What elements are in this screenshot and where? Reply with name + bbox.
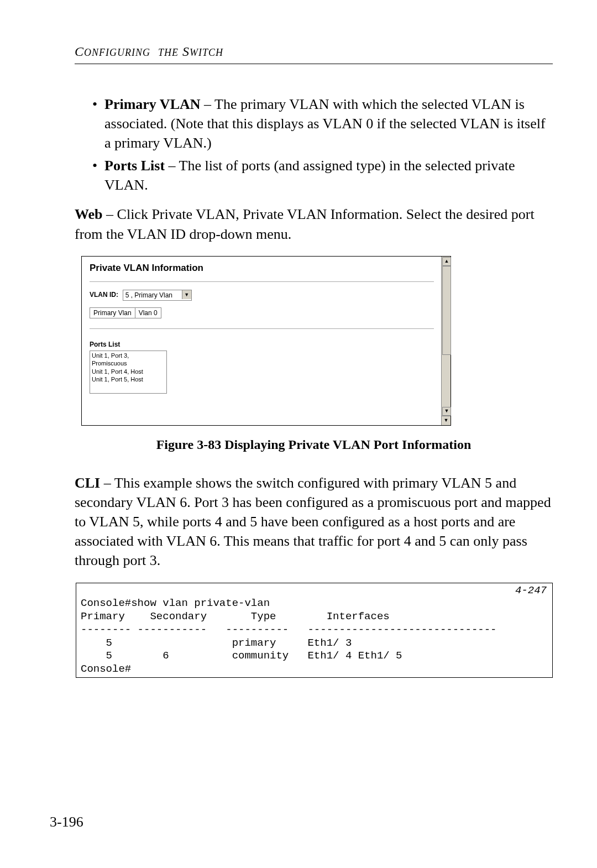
bullet-text: – The list of ports (and assigned type) …	[104, 158, 515, 193]
web-paragraph: Web – Click Private VLAN, Private VLAN I…	[75, 205, 553, 243]
list-item[interactable]: Unit 1, Port 3, Promiscuous	[92, 352, 165, 368]
scroll-thumb[interactable]	[442, 266, 451, 355]
screenshot-panel: ▲ ▼ ▼ Private VLAN Information VLAN ID: …	[81, 256, 451, 426]
primary-vlan-table: Primary Vlan Vlan 0	[90, 307, 161, 318]
bullet-primary-vlan: Primary VLAN – The primary VLAN with whi…	[92, 95, 553, 153]
panel-title: Private VLAN Information	[90, 262, 434, 275]
scroll-down-button[interactable]: ▼	[442, 407, 451, 416]
page-number: 3-196	[50, 814, 83, 830]
cli-line: -------- ----------- ---------- --------…	[81, 624, 497, 636]
cli-line: Console#show vlan private-vlan	[81, 597, 270, 609]
header-rule	[75, 64, 553, 64]
figure-caption: Figure 3-83 Displaying Private VLAN Port…	[75, 436, 553, 453]
table-row: Primary Vlan Vlan 0	[90, 307, 161, 318]
running-head-text: CONFIGURING THE SWITCH	[75, 44, 223, 59]
vlan-id-dropdown[interactable]: 5 , Primary Vlan▼	[123, 290, 192, 301]
scroll-corner[interactable]: ▼	[441, 416, 451, 425]
cli-line: Primary Secondary Type Interfaces	[81, 610, 390, 623]
screenshot-content: Private VLAN Information VLAN ID: 5 , Pr…	[82, 257, 442, 425]
running-head: CONFIGURING THE SWITCH	[75, 44, 553, 59]
arrow-up-icon: ▲	[444, 258, 449, 264]
vertical-scrollbar[interactable]: ▲ ▼	[441, 257, 451, 416]
cli-line: Console#	[81, 663, 131, 675]
web-rest: – Click Private VLAN, Private VLAN Infor…	[75, 206, 535, 242]
cli-rest: – This example shows the switch configur…	[75, 475, 551, 568]
cli-page-ref: 4-247	[515, 584, 547, 598]
arrow-down-icon: ▼	[444, 408, 449, 414]
cli-lead: CLI	[75, 475, 100, 491]
cli-line: 5 primary Eth1/ 3	[81, 637, 352, 649]
primary-vlan-value: Vlan 0	[135, 307, 161, 318]
list-item[interactable]: Unit 1, Port 4, Host	[92, 368, 165, 375]
vlan-id-label: VLAN ID:	[90, 291, 118, 299]
cli-line: 5 6 community Eth1/ 4 Eth1/ 5	[81, 650, 402, 662]
cli-paragraph: CLI – This example shows the switch conf…	[75, 473, 553, 570]
arrow-down-icon: ▼	[444, 417, 449, 423]
vlan-id-row: VLAN ID: 5 , Primary Vlan▼	[90, 290, 434, 301]
scroll-up-button[interactable]: ▲	[442, 257, 451, 266]
bullet-term: Ports List	[104, 158, 165, 174]
web-lead: Web	[75, 206, 103, 222]
panel-rule	[90, 328, 434, 329]
ports-list-label: Ports List	[90, 340, 434, 349]
bullet-ports-list: Ports List – The list of ports (and assi…	[92, 156, 553, 195]
chevron-down-icon[interactable]: ▼	[182, 290, 191, 299]
primary-vlan-label: Primary Vlan	[90, 307, 135, 318]
ports-list-box[interactable]: Unit 1, Port 3, Promiscuous Unit 1, Port…	[90, 351, 167, 394]
list-item[interactable]: Unit 1, Port 5, Host	[92, 375, 165, 383]
vlan-id-value: 5 , Primary Vlan	[123, 290, 182, 300]
cli-output-box: 4-247Console#show vlan private-vlan Prim…	[76, 583, 553, 678]
panel-rule	[90, 281, 434, 282]
bullet-term: Primary VLAN	[104, 96, 201, 112]
bullet-list: Primary VLAN – The primary VLAN with whi…	[75, 95, 553, 195]
